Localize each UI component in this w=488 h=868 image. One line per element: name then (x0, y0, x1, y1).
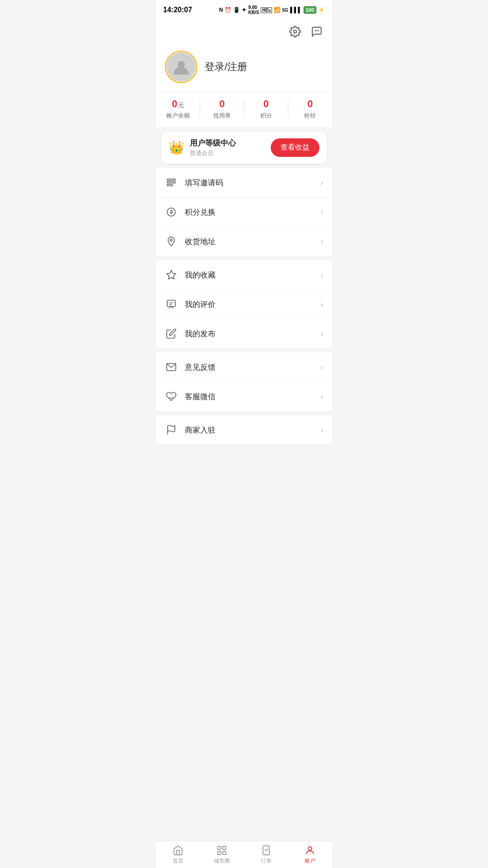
points-exchange-icon (165, 206, 178, 218)
battery-icon: 100 (304, 6, 316, 14)
menu-item-shipping-address[interactable]: 收货地址 › (156, 227, 332, 256)
svg-rect-5 (167, 179, 175, 180)
login-register-text[interactable]: 登录/注册 (205, 60, 247, 74)
svg-point-11 (170, 239, 173, 241)
chevron-right-icon-4: › (320, 270, 323, 280)
nav-account-label: 账户 (305, 857, 315, 865)
home-icon (173, 845, 183, 856)
svg-rect-13 (167, 300, 175, 307)
menu-label-reviews: 我的评价 (185, 299, 320, 310)
nav-city-circle-label: 城市圈 (214, 857, 230, 865)
svg-point-0 (294, 30, 297, 33)
chevron-right-icon-5: › (320, 300, 323, 309)
member-info: 用户等级中心 普通会员 (190, 138, 236, 157)
menu-section-2: 我的收藏 › 我的评价 › 我的发布 › (156, 260, 332, 348)
stats-row: 0 元 账户余额 0 抵用券 0 积分 0 粉丝 (156, 92, 332, 127)
profile-section[interactable]: 登录/注册 (156, 43, 332, 92)
menu-section-1: 填写邀请码 › 积分兑换 › 收货地址 › (156, 168, 332, 256)
nav-home-label: 首页 (173, 857, 183, 865)
nav-home[interactable]: 首页 (156, 841, 200, 868)
settings-button[interactable] (287, 24, 303, 40)
nfc-icon: N (219, 7, 223, 13)
menu-item-reviews[interactable]: 我的评价 › (156, 290, 332, 319)
top-bar (156, 20, 332, 43)
menu-label-merchant-join: 商家入驻 (185, 425, 320, 435)
nav-orders-label: 订单 (261, 857, 272, 865)
chevron-right-icon-6: › (320, 329, 323, 339)
stat-fans[interactable]: 0 粉丝 (288, 98, 333, 120)
menu-section-4: 商家入驻 › (156, 415, 332, 444)
network-speed-icon: 9.00KB/S (248, 5, 259, 15)
account-icon (305, 845, 315, 856)
menu-item-points-exchange[interactable]: 积分兑换 › (156, 198, 332, 227)
avatar-image (167, 52, 196, 81)
stat-balance-label: 账户余额 (156, 112, 200, 120)
vibrate-icon: 📳 (233, 7, 240, 13)
status-time: 14:20:07 (163, 6, 192, 14)
favorites-icon (165, 269, 178, 281)
stat-coupon-number: 0 (200, 98, 244, 110)
wifi-icon: 📶 (274, 7, 281, 13)
member-card: 👑 用户等级中心 普通会员 查看收益 (161, 132, 327, 164)
menu-label-shipping-address: 收货地址 (185, 236, 320, 247)
menu-item-feedback[interactable]: 意见反馈 › (156, 353, 332, 382)
nav-orders[interactable]: 订单 (244, 841, 288, 868)
menu-label-posts: 我的发布 (185, 329, 320, 339)
member-info-left: 👑 用户等级中心 普通会员 (169, 138, 236, 157)
status-bar: 14:20:07 N ⏰ 📳 ✦ 9.00KB/S HD₂ 📶 5G ▌▌▌ 1… (156, 0, 332, 20)
svg-point-8 (167, 208, 175, 216)
menu-label-points-exchange: 积分兑换 (185, 207, 320, 217)
menu-item-merchant-join[interactable]: 商家入驻 › (156, 415, 332, 444)
member-title: 用户等级中心 (190, 138, 236, 148)
menu-item-customer-wechat[interactable]: 客服微信 › (156, 382, 332, 411)
chevron-right-icon: › (320, 178, 323, 188)
chevron-right-icon-2: › (320, 208, 323, 217)
menu-label-feedback: 意见反馈 (185, 362, 320, 373)
merchant-join-icon (165, 424, 178, 436)
stat-points[interactable]: 0 积分 (244, 98, 288, 120)
svg-point-23 (308, 847, 312, 850)
menu-item-posts[interactable]: 我的发布 › (156, 319, 332, 348)
chevron-right-icon-9: › (320, 425, 323, 435)
shipping-address-icon (165, 235, 178, 248)
city-circle-icon (216, 845, 227, 856)
message-button[interactable] (309, 24, 325, 40)
chevron-right-icon-8: › (320, 392, 323, 401)
signal-5g-icon: 5G (282, 8, 288, 13)
stat-balance[interactable]: 0 元 账户余额 (156, 98, 200, 120)
reviews-icon (165, 298, 178, 311)
chevron-right-icon-7: › (320, 363, 323, 372)
stat-points-label: 积分 (244, 112, 288, 120)
stat-points-number: 0 (244, 98, 288, 110)
posts-icon (165, 327, 178, 340)
menu-label-customer-wechat: 客服微信 (185, 392, 320, 402)
customer-wechat-icon (165, 390, 178, 403)
invite-code-icon (165, 176, 178, 189)
menu-item-invite-code[interactable]: 填写邀请码 › (156, 168, 332, 198)
svg-rect-18 (218, 846, 221, 849)
svg-rect-19 (223, 846, 226, 849)
svg-rect-7 (167, 184, 173, 186)
signal-bars-icon: ▌▌▌ (290, 7, 302, 13)
menu-item-favorites[interactable]: 我的收藏 › (156, 260, 332, 290)
svg-rect-6 (167, 182, 175, 183)
bluetooth-icon: ✦ (242, 7, 246, 13)
stat-coupon-label: 抵用券 (200, 112, 244, 120)
menu-label-favorites: 我的收藏 (185, 270, 320, 280)
bottom-nav: 首页 城市圈 订单 账户 (156, 841, 332, 868)
stat-fans-label: 粉丝 (288, 112, 333, 120)
menu-label-invite-code: 填写邀请码 (185, 178, 320, 188)
alarm-icon: ⏰ (225, 7, 231, 13)
menu-section-3: 意见反馈 › 客服微信 › (156, 353, 332, 411)
stat-coupon[interactable]: 0 抵用券 (200, 98, 244, 120)
view-earnings-button[interactable]: 查看收益 (271, 138, 319, 157)
chevron-right-icon-3: › (320, 237, 323, 246)
crown-icon: 👑 (169, 140, 184, 155)
charging-icon: ⚡ (318, 7, 325, 13)
nav-account[interactable]: 账户 (288, 841, 333, 868)
hd-icon: HD₂ (261, 7, 272, 13)
nav-city-circle[interactable]: 城市圈 (200, 841, 244, 868)
status-icons: N ⏰ 📳 ✦ 9.00KB/S HD₂ 📶 5G ▌▌▌ 100 ⚡ (219, 5, 325, 15)
stat-fans-number: 0 (288, 98, 333, 110)
avatar[interactable] (165, 51, 197, 83)
